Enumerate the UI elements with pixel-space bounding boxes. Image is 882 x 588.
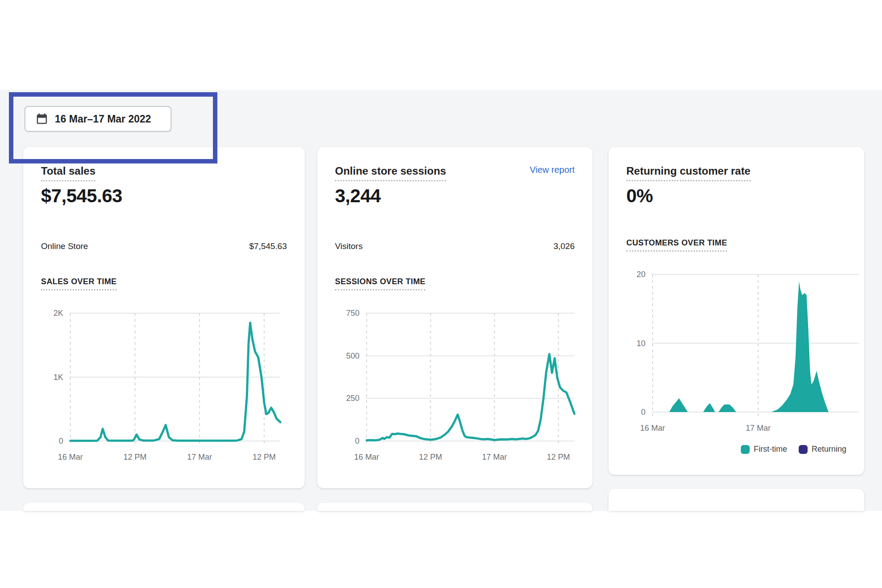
total-sales-value: $7,545.63 [41, 185, 122, 207]
visitors-row: Visitors 3,026 [335, 241, 575, 251]
analytics-dashboard: 16 Mar–17 Mar 2022 Total sales $7,545.63… [0, 0, 882, 588]
returning-label: Returning [812, 445, 846, 454]
returning-rate-card: Returning customer rate 0% CUSTOMERS OVE… [608, 147, 864, 475]
first-time-label: First-time [754, 445, 787, 454]
legend-item-first-time: First-time [741, 445, 787, 454]
calendar-icon [35, 112, 49, 126]
partial-card-1 [23, 502, 305, 511]
channel-value: $7,545.63 [249, 241, 287, 251]
view-report-link[interactable]: View report [530, 165, 575, 175]
first-time-swatch [741, 445, 750, 454]
returning-swatch [799, 445, 808, 454]
total-sales-title-row: Total sales [41, 165, 287, 181]
sessions-over-time-heading[interactable]: SESSIONS OVER TIME [335, 277, 425, 290]
date-range-button[interactable]: 16 Mar–17 Mar 2022 [24, 106, 172, 132]
total-sales-channel-row: Online Store $7,545.63 [41, 241, 287, 251]
channel-label: Online Store [41, 241, 88, 251]
total-sales-title[interactable]: Total sales [41, 165, 95, 181]
returning-title-row: Returning customer rate [626, 165, 846, 181]
sessions-title[interactable]: Online store sessions [335, 165, 446, 181]
sessions-value: 3,244 [335, 185, 381, 207]
returning-rate-title[interactable]: Returning customer rate [626, 165, 751, 181]
customers-legend: First-time Returning [741, 445, 846, 454]
sessions-card: Online store sessions View report 3,244 … [317, 147, 592, 488]
returning-rate-value: 0% [626, 185, 653, 207]
date-range-label: 16 Mar–17 Mar 2022 [55, 113, 151, 125]
visitors-value: 3,026 [553, 241, 575, 251]
sales-over-time-heading[interactable]: SALES OVER TIME [41, 277, 117, 290]
partial-card-2 [317, 502, 592, 511]
visitors-label: Visitors [335, 241, 363, 251]
partial-card-3 [608, 489, 864, 511]
sessions-title-row: Online store sessions View report [335, 165, 575, 181]
legend-item-returning: Returning [799, 445, 846, 454]
customers-over-time-heading[interactable]: CUSTOMERS OVER TIME [626, 238, 727, 252]
total-sales-card: Total sales $7,545.63 Online Store $7,54… [23, 147, 305, 488]
